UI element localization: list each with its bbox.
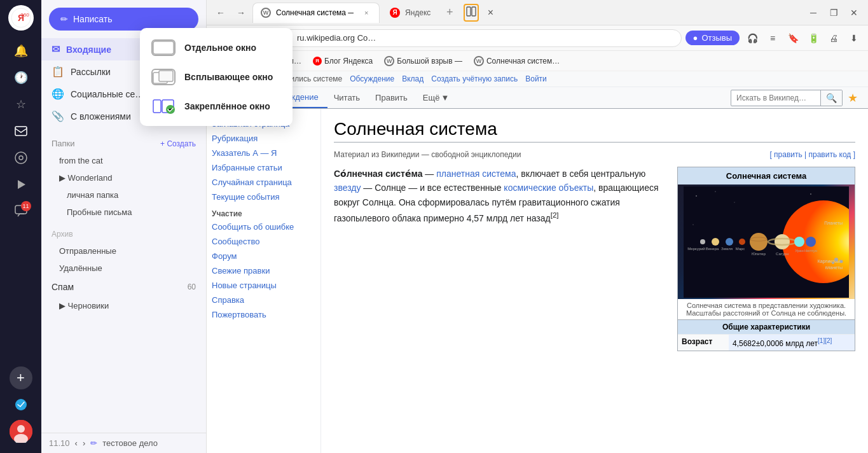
article-bold-term: Со́лнечная систе́ма <box>334 169 422 179</box>
compose-button[interactable]: ✏ Написать <box>49 8 198 31</box>
play-icon[interactable] <box>10 173 32 196</box>
sidebar-bottom <box>10 393 32 443</box>
svg-point-24 <box>734 202 735 202</box>
popup-item-pinned[interactable]: Закреплённое окно <box>140 92 293 121</box>
popup-window-icon <box>151 69 176 85</box>
notice-link-discussion[interactable]: Обсуждение <box>350 74 394 83</box>
disk-icon[interactable] <box>10 146 32 169</box>
tab-yandex[interactable]: Я Яндекс <box>382 3 438 23</box>
browser-titlebar: ← → W Солнечная система — × Я Яндекс + ×… <box>207 0 868 25</box>
create-folder-link[interactable]: + Создать <box>160 139 196 148</box>
nav-link-recent[interactable]: Свежие правки <box>212 263 315 278</box>
download-icon[interactable]: ⬇ <box>845 29 863 47</box>
bookmark-big-bang[interactable]: W Большой взрыв — <box>379 54 467 68</box>
nav-link-featured[interactable]: Избранные статьи <box>212 160 315 175</box>
battery-icon[interactable]: 🔋 <box>804 29 822 47</box>
nav-link-random[interactable]: Случайная страница <box>212 175 315 190</box>
nav-spam[interactable]: Спам 60 <box>41 277 206 297</box>
wiki-infobox: Солнечная система <box>677 167 855 351</box>
svg-text:Планеты: Планеты <box>824 221 843 225</box>
notice-link-register[interactable]: Создать учётную запись <box>431 74 518 83</box>
ya-tab-label: Яндекс <box>405 8 431 17</box>
nav-link-community[interactable]: Сообщество <box>212 234 315 249</box>
tab-pin-icon[interactable] <box>464 4 479 22</box>
folder-from-the-cat[interactable]: from the cat <box>41 152 206 169</box>
close-mail-button[interactable]: × <box>481 4 499 22</box>
wiki-search-button[interactable]: 🔍 <box>820 90 842 106</box>
notice-link-contribution[interactable]: Вклад <box>402 74 424 83</box>
new-tab-button[interactable]: + <box>441 4 458 22</box>
folder-drafts[interactable]: ▶ Черновики <box>41 297 206 314</box>
bookmark-yandex-blog[interactable]: Я Блог Яндекса <box>308 55 378 67</box>
folder-personal[interactable]: личная папка <box>41 186 206 204</box>
popup-item-separate[interactable]: Отдельное окно <box>140 33 293 62</box>
nav-link-rubrics[interactable]: Рубрикация <box>212 131 315 146</box>
bookmark-solar-system[interactable]: W Солнечная систем… <box>469 54 565 68</box>
folder-deleted[interactable]: Удалённые <box>41 260 206 277</box>
infobox-age-label: Возраст <box>678 335 729 351</box>
svg-point-36 <box>775 234 790 249</box>
wiki-tab-label: Солнечная система — <box>276 8 354 17</box>
infobox-age-value: 4,5682±0,0006 млрд лет[1][2] <box>729 335 855 351</box>
mail-icon[interactable] <box>10 120 32 143</box>
nav-link-help[interactable]: Справка <box>212 293 315 307</box>
separate-window-icon <box>151 39 176 56</box>
wiki-star-icon[interactable]: ★ <box>848 91 858 105</box>
add-service-button[interactable]: + <box>10 366 32 389</box>
footer-nav-prev[interactable]: ‹ <box>75 438 78 448</box>
telegram-icon[interactable] <box>10 393 32 416</box>
notice-link-login[interactable]: Войти <box>525 74 547 83</box>
bookmark-icon[interactable]: 🔖 <box>784 29 802 47</box>
svg-text:Юпитер: Юпитер <box>752 252 766 256</box>
article-body: Со́лнечная систе́ма — планетная система,… <box>334 167 855 351</box>
address-bar[interactable]: 🔒 ru.wikipedia.org Co… <box>277 29 682 47</box>
nav-link-report[interactable]: Сообщить об ошибке <box>212 220 315 234</box>
wiki-edit-tab[interactable]: Править <box>369 88 414 108</box>
nav-link-current[interactable]: Текущие события <box>212 190 315 204</box>
svg-text:360: 360 <box>20 12 29 18</box>
wiki-search-input[interactable] <box>731 91 820 105</box>
close-button[interactable]: ✕ <box>845 4 863 22</box>
sidebar-left: Я 360 🔔 🕐 ☆ 11 + <box>0 0 41 453</box>
nav-link-index[interactable]: Указатель А — Я <box>212 146 315 160</box>
svg-point-5 <box>19 156 23 160</box>
link-star[interactable]: звезду <box>334 183 361 193</box>
back-button[interactable]: ← <box>212 4 230 22</box>
tab-wikipedia[interactable]: W Солнечная система — × <box>252 3 380 23</box>
reader-mode-icon[interactable]: ≡ <box>764 29 782 47</box>
folder-wonderland[interactable]: ▶ Wonderland <box>41 169 206 186</box>
svg-text:Венера: Венера <box>706 247 719 251</box>
folder-sent[interactable]: Отправленные <box>41 242 206 260</box>
wiki-more-dropdown[interactable]: Ещё ▼ <box>417 88 455 108</box>
popup-item-popup[interactable]: Всплывающее окно <box>140 62 293 92</box>
footer-nav-next[interactable]: › <box>83 438 85 448</box>
app-logo[interactable]: Я 360 <box>8 5 34 31</box>
messages-badge-icon[interactable]: 11 <box>10 200 32 223</box>
minimize-button[interactable]: ─ <box>804 4 822 22</box>
folder-test-letters[interactable]: Пробные письма <box>41 204 206 221</box>
article-edit-links[interactable]: [ править | править код ] <box>769 150 855 159</box>
link-planetary-system[interactable]: планетная система <box>436 169 516 179</box>
inbox-icon: ✉ <box>52 43 60 55</box>
forward-button[interactable]: → <box>232 4 250 22</box>
nav-link-new-pages[interactable]: Новые страницы <box>212 278 315 293</box>
print-icon[interactable]: 🖨 <box>825 29 843 47</box>
folders-section: Папки + Создать from the cat ▶ Wonderlan… <box>41 130 206 226</box>
wiki-search-box: 🔍 <box>731 90 843 106</box>
reviews-button[interactable]: ● Отзывы <box>685 31 740 45</box>
wiki-tab-close[interactable]: × <box>361 8 371 18</box>
nav-link-forum[interactable]: Форум <box>212 249 315 263</box>
bell-icon[interactable]: 🔔 <box>10 39 32 62</box>
wiki-read-tab[interactable]: Читать <box>327 88 366 108</box>
svg-point-53 <box>832 261 834 264</box>
maximize-button[interactable]: ❐ <box>825 4 843 22</box>
link-space-objects[interactable]: космические объекты <box>504 183 593 193</box>
clock-icon[interactable]: 🕐 <box>10 66 32 89</box>
user-avatar[interactable] <box>10 420 32 443</box>
pinned-window-icon <box>151 98 176 115</box>
svg-point-32 <box>726 238 733 246</box>
star-icon[interactable]: ☆ <box>10 93 32 116</box>
headphone-icon[interactable]: 🎧 <box>743 29 761 47</box>
bookmark-solar-label: Солнечная систем… <box>486 57 560 66</box>
nav-link-donate[interactable]: Пожертвовать <box>212 307 315 322</box>
